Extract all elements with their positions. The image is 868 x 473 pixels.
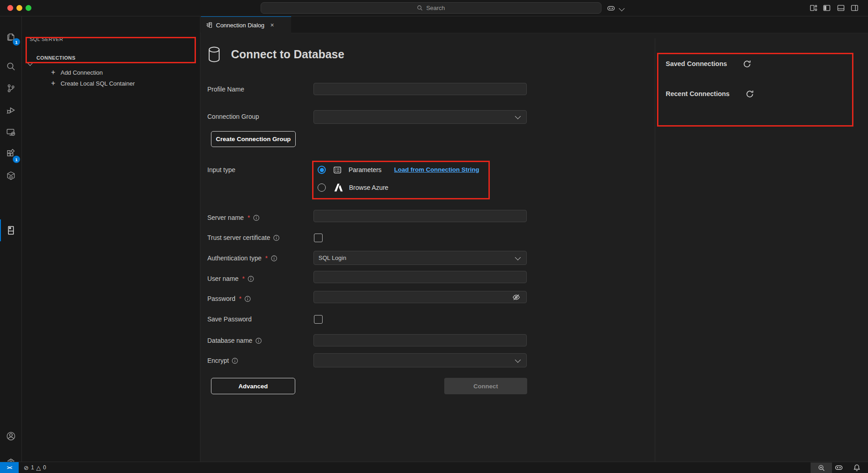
user-name-label: User name* bbox=[207, 275, 254, 282]
connect-button[interactable]: Connect bbox=[444, 378, 527, 394]
parameters-icon bbox=[333, 166, 342, 174]
required-asterisk: * bbox=[242, 275, 244, 282]
editor-tab-strip: Connection Dialog × ··· bbox=[200, 16, 868, 33]
browse-azure-option-label[interactable]: Browse Azure bbox=[349, 184, 388, 191]
activity-search-icon[interactable] bbox=[0, 56, 22, 76]
info-icon[interactable] bbox=[231, 357, 238, 364]
required-asterisk: * bbox=[239, 295, 241, 302]
tree-item-add-connection[interactable]: + Add Connection bbox=[51, 68, 103, 76]
close-tab-icon[interactable]: × bbox=[270, 21, 274, 29]
toggle-password-visibility-icon[interactable] bbox=[512, 293, 520, 301]
database-name-label: Database name bbox=[207, 337, 262, 344]
copilot-status-icon[interactable] bbox=[835, 462, 843, 473]
search-placeholder: Search bbox=[426, 5, 445, 11]
page-title: Connect to Database bbox=[231, 48, 344, 61]
activity-explorer-icon[interactable]: 1 bbox=[0, 26, 22, 46]
browse-azure-radio[interactable] bbox=[318, 183, 326, 192]
panel-divider bbox=[655, 38, 655, 462]
refresh-icon[interactable] bbox=[745, 90, 754, 98]
server-name-label: Server name* bbox=[207, 214, 260, 221]
required-asterisk: * bbox=[247, 214, 250, 221]
primary-sidebar: SQL SERVER ··· CONNECTIONS + Add Connect… bbox=[22, 16, 200, 462]
activity-source-control-icon[interactable] bbox=[0, 78, 22, 98]
info-icon[interactable] bbox=[273, 234, 280, 241]
activity-run-debug-icon[interactable] bbox=[0, 100, 22, 120]
create-connection-group-button[interactable]: Create Connection Group bbox=[211, 131, 296, 147]
parameters-radio[interactable] bbox=[318, 166, 326, 174]
advanced-button[interactable]: Advanced bbox=[211, 378, 295, 394]
chevron-down-icon bbox=[515, 113, 521, 119]
info-icon[interactable] bbox=[244, 295, 251, 302]
profile-name-label: Profile Name bbox=[207, 86, 244, 93]
problems-status[interactable]: ⊘ 1 △ 0 bbox=[24, 462, 46, 473]
warning-icon: △ bbox=[36, 464, 41, 471]
server-name-input[interactable] bbox=[313, 210, 527, 222]
zoom-window-button[interactable] bbox=[26, 5, 31, 11]
info-icon[interactable] bbox=[247, 275, 254, 282]
connection-group-dropdown[interactable] bbox=[313, 110, 527, 124]
save-password-label: Save Password bbox=[207, 315, 252, 323]
parameters-option-label[interactable]: Parameters bbox=[349, 166, 381, 173]
tree-item-create-local-sql-container[interactable]: + Create Local SQL Container bbox=[51, 79, 135, 87]
info-icon[interactable] bbox=[255, 337, 262, 344]
password-label: Password* bbox=[207, 295, 251, 302]
connections-section-header[interactable]: CONNECTIONS bbox=[36, 55, 76, 61]
plus-icon: + bbox=[51, 68, 55, 76]
trust-server-certificate-checkbox[interactable] bbox=[314, 234, 323, 242]
database-name-input[interactable] bbox=[313, 334, 527, 346]
remote-indicator[interactable]: >< bbox=[0, 462, 19, 473]
toggle-primary-sidebar-icon[interactable] bbox=[823, 4, 831, 12]
sidebar-more-actions-icon[interactable]: ··· bbox=[148, 34, 157, 42]
trust-server-certificate-label: Trust server certificate bbox=[207, 234, 280, 241]
vscode-window: ← → Search 1 bbox=[0, 0, 868, 473]
notifications-bell-icon[interactable] bbox=[853, 462, 861, 473]
azure-icon bbox=[334, 183, 344, 193]
user-name-input[interactable] bbox=[313, 271, 527, 283]
error-icon: ⊘ bbox=[24, 464, 29, 471]
copilot-icon[interactable] bbox=[607, 4, 615, 12]
activity-container-icon[interactable] bbox=[0, 166, 22, 186]
search-icon bbox=[417, 5, 423, 11]
search-input[interactable]: Search bbox=[261, 2, 601, 14]
close-window-button[interactable] bbox=[7, 5, 13, 11]
connection-group-label: Connection Group bbox=[207, 113, 259, 120]
password-input[interactable] bbox=[313, 291, 527, 303]
explorer-badge: 1 bbox=[13, 38, 20, 46]
chevron-down-icon bbox=[515, 254, 521, 260]
accounts-icon[interactable] bbox=[0, 426, 22, 446]
database-icon bbox=[206, 45, 222, 64]
activity-extensions-icon[interactable]: 1 bbox=[0, 144, 22, 164]
connection-dialog-webview bbox=[200, 33, 868, 462]
info-icon[interactable] bbox=[253, 214, 260, 221]
toggle-panel-icon[interactable] bbox=[837, 4, 845, 12]
input-type-label: Input type bbox=[207, 166, 236, 173]
zoom-status-button[interactable] bbox=[811, 463, 832, 473]
toggle-secondary-sidebar-icon[interactable] bbox=[851, 4, 859, 12]
required-asterisk: * bbox=[265, 254, 267, 262]
activity-sql-server-icon[interactable] bbox=[0, 220, 22, 240]
chevron-down-icon[interactable] bbox=[619, 5, 625, 11]
refresh-icon[interactable] bbox=[743, 60, 751, 68]
minimize-window-button[interactable] bbox=[16, 5, 22, 11]
extensions-badge: 1 bbox=[13, 156, 20, 163]
activity-remote-explorer-icon[interactable] bbox=[0, 122, 22, 142]
title-bar: ← → Search bbox=[0, 0, 868, 16]
profile-name-input[interactable] bbox=[313, 83, 527, 95]
saved-connections-header: Saved Connections bbox=[666, 60, 727, 67]
save-password-checkbox[interactable] bbox=[314, 315, 323, 324]
authentication-type-label: Authentication type* bbox=[207, 254, 277, 262]
status-bar: >< ⊘ 1 △ 0 bbox=[0, 462, 868, 473]
tab-label: Connection Dialog bbox=[216, 22, 264, 29]
recent-connections-header: Recent Connections bbox=[666, 90, 729, 97]
chevron-down-icon bbox=[515, 357, 521, 363]
encrypt-label: Encrypt bbox=[207, 357, 238, 364]
activity-bar: 1 1 bbox=[0, 16, 22, 462]
section-chevron-icon[interactable] bbox=[28, 59, 32, 67]
customize-layout-icon[interactable] bbox=[810, 4, 818, 12]
authentication-type-dropdown[interactable]: SQL Login bbox=[313, 251, 527, 265]
info-icon[interactable] bbox=[271, 255, 277, 262]
sidebar-title: SQL SERVER bbox=[30, 36, 63, 42]
encrypt-dropdown[interactable] bbox=[313, 353, 527, 367]
tab-connection-dialog[interactable]: Connection Dialog × bbox=[201, 16, 291, 33]
load-from-connection-string-link[interactable]: Load from Connection String bbox=[394, 166, 479, 173]
